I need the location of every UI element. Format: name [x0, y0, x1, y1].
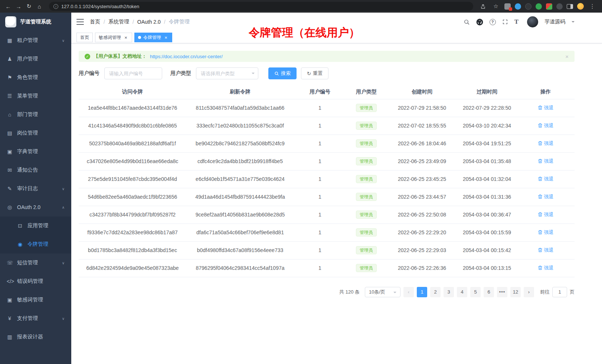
- extension-dark-icon[interactable]: [556, 3, 563, 10]
- breadcrumb: 首页/系统管理/OAuth 2.0/令牌管理: [90, 19, 190, 25]
- page-5-button[interactable]: 5: [470, 287, 481, 297]
- table-row: c342377bf8b344799dcbf7bf095287f29ce8ef2a…: [79, 206, 575, 224]
- delete-icon: [538, 176, 543, 181]
- site-info-icon[interactable]: i: [53, 4, 58, 9]
- force-logout-button[interactable]: 强退: [538, 176, 554, 182]
- username[interactable]: 芋道源码: [544, 19, 565, 25]
- page-more-button[interactable]: •••: [497, 287, 507, 297]
- search-icon[interactable]: [464, 19, 470, 25]
- app-logo-area[interactable]: 芋道管理系统: [0, 13, 71, 31]
- page-3-button[interactable]: 3: [444, 287, 454, 297]
- extension-badged-icon[interactable]: [504, 3, 511, 10]
- sidebar-item-label: 报表设计器: [17, 334, 65, 340]
- expire-time-cell: 2054-03-04 00:15:42: [457, 241, 517, 259]
- tab-home[interactable]: 首页: [76, 33, 93, 42]
- font-size-icon[interactable]: T: [514, 18, 518, 26]
- alert-close-icon[interactable]: ×: [565, 53, 569, 60]
- page-12-button[interactable]: 12: [510, 287, 521, 297]
- expire-time-cell: 2054-03-04 01:32:04: [457, 170, 517, 188]
- tab-close-icon[interactable]: ×: [163, 35, 169, 40]
- address-bar[interactable]: i 127.0.0.1:1024/system/oauth2/token: [49, 2, 473, 11]
- tab-oauth2-token[interactable]: 令牌管理×: [134, 33, 172, 42]
- reset-button[interactable]: ↻ 重置: [301, 67, 328, 79]
- force-logout-button[interactable]: 强退: [538, 105, 554, 111]
- help-icon[interactable]: ?: [490, 19, 496, 25]
- sidebar-item-label: 敏感词管理: [17, 297, 65, 303]
- force-logout-button[interactable]: 强退: [538, 122, 554, 129]
- force-logout-button[interactable]: 强退: [538, 265, 554, 271]
- force-logout-button[interactable]: 强退: [538, 211, 554, 218]
- sidebar-item-dept[interactable]: ⌂部门管理: [0, 105, 71, 124]
- page-2-button[interactable]: 2: [430, 287, 441, 297]
- user-id-input[interactable]: [104, 67, 162, 79]
- extension-green-icon[interactable]: [536, 3, 542, 10]
- tab-sensitive-word[interactable]: 敏感词管理×: [95, 33, 132, 42]
- page-4-button[interactable]: 4: [457, 287, 467, 297]
- breadcrumb-item[interactable]: OAuth 2.0: [137, 19, 161, 25]
- app-title: 芋道管理系统: [20, 19, 51, 25]
- user-avatar[interactable]: [527, 16, 538, 27]
- extensions-puzzle-icon[interactable]: [546, 3, 552, 10]
- tab-close-icon[interactable]: ×: [123, 35, 128, 40]
- profile-avatar-icon[interactable]: [577, 3, 584, 10]
- share-icon[interactable]: [478, 2, 487, 11]
- user-type-cell: 管理员: [346, 224, 387, 241]
- sidebar-item-tenant[interactable]: ▦租户管理∨: [0, 31, 71, 50]
- user-type-select[interactable]: [196, 67, 258, 79]
- forward-icon[interactable]: →: [14, 2, 23, 11]
- next-page-button[interactable]: ›: [524, 287, 534, 297]
- breadcrumb-item[interactable]: 系统管理: [108, 19, 129, 25]
- sidebar-item-dict[interactable]: ▣字典管理: [0, 142, 71, 161]
- column-header: 访问令牌: [79, 85, 186, 99]
- breadcrumb-item[interactable]: 首页: [90, 19, 100, 25]
- sidebar-item-oauth2[interactable]: ◎OAuth 2.0∧: [0, 198, 71, 216]
- force-logout-button[interactable]: 强退: [538, 247, 554, 254]
- sidebar-item-pay[interactable]: ¥支付管理∨: [0, 309, 71, 328]
- sidebar-item-oauth2-token[interactable]: ◉令牌管理: [0, 235, 71, 254]
- extension-blue-icon[interactable]: [515, 3, 521, 10]
- force-logout-button[interactable]: 强退: [538, 229, 554, 236]
- create-time-cell: 2022-06-25 22:26:36: [387, 259, 457, 277]
- browser-menu-icon[interactable]: ⋮: [588, 2, 597, 11]
- github-icon[interactable]: [476, 19, 483, 26]
- side-panel-icon[interactable]: [567, 4, 573, 9]
- sidebar-item-audit-log[interactable]: ✎审计日志∨: [0, 179, 71, 198]
- create-time-cell: 2022-07-29 21:58:50: [387, 99, 457, 117]
- force-logout-label: 强退: [544, 193, 554, 200]
- sidebar-item-role[interactable]: ⚑角色管理: [0, 68, 71, 87]
- sidebar-item-user[interactable]: ♟用户管理: [0, 50, 71, 68]
- goto-page-input[interactable]: [552, 287, 567, 297]
- refresh-token-cell: 333ecfc71e02480cb11055c875c3ca0f: [186, 117, 294, 135]
- doc-link[interactable]: https://doc.iocoder.cn/user-center/: [150, 54, 223, 59]
- hamburger-icon[interactable]: [76, 19, 84, 25]
- force-logout-button[interactable]: 强退: [538, 158, 554, 165]
- back-icon[interactable]: ←: [4, 2, 13, 11]
- force-logout-button[interactable]: 强退: [538, 140, 554, 147]
- pagination-pages: 123456•••12: [417, 287, 521, 297]
- page-1-button[interactable]: 1: [417, 287, 427, 297]
- fullscreen-icon[interactable]: [502, 19, 508, 25]
- sidebar-menu: ▦租户管理∨♟用户管理⚑角色管理☰菜单管理⌂部门管理▤岗位管理▣字典管理✉通知公…: [0, 31, 71, 364]
- prev-page-button[interactable]: ‹: [403, 287, 414, 297]
- sidebar-item-menu[interactable]: ☰菜单管理: [0, 87, 71, 105]
- sidebar-item-sms[interactable]: ☏短信管理∨: [0, 254, 71, 272]
- home-icon[interactable]: ⌂: [35, 2, 44, 11]
- sidebar-item-oauth2-app[interactable]: ⊡应用管理: [0, 216, 71, 235]
- action-cell: 强退: [517, 224, 575, 241]
- sidebar-item-error-code[interactable]: </>错误码管理: [0, 272, 71, 291]
- page-6-button[interactable]: 6: [484, 287, 494, 297]
- search-button[interactable]: 搜索: [268, 67, 297, 79]
- sidebar-item-notice[interactable]: ✉通知公告: [0, 161, 71, 179]
- page-size-select[interactable]: 10条/页: [365, 287, 400, 297]
- reload-icon[interactable]: ↻: [24, 2, 33, 11]
- extension-black-icon[interactable]: [525, 3, 531, 10]
- sidebar-item-sensitive-word[interactable]: ▣敏感词管理: [0, 291, 71, 309]
- chevron-down-icon[interactable]: [572, 21, 575, 24]
- sidebar-item-post[interactable]: ▤岗位管理: [0, 124, 71, 142]
- doc-alert: ✓ 【用户体系】文档地址： https://doc.iocoder.cn/use…: [79, 51, 575, 62]
- table-row: 6d842e2924594de9a09e45e087323abe8796295f…: [79, 259, 575, 277]
- force-logout-button[interactable]: 强退: [538, 193, 554, 200]
- star-icon[interactable]: ☆: [491, 2, 500, 11]
- sidebar-item-report-designer[interactable]: ▥报表设计器: [0, 328, 71, 346]
- refresh-token-cell: b0df4980ffd34c67a08f9156e4eee733: [186, 241, 294, 259]
